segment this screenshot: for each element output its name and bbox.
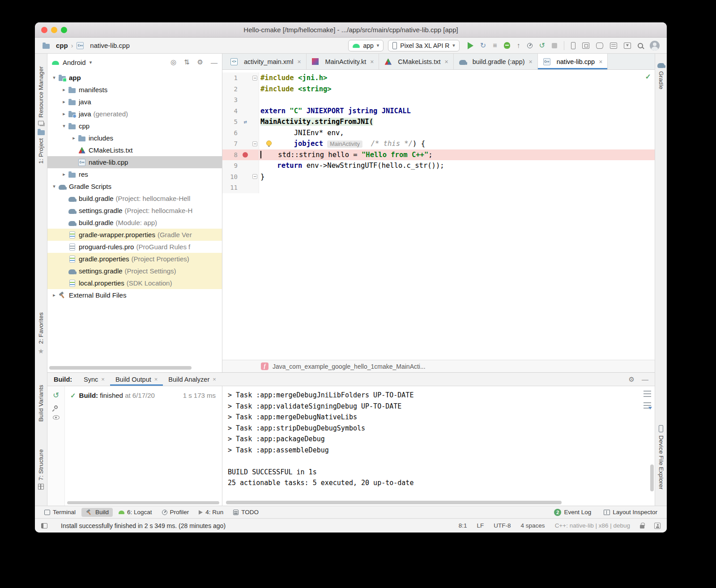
soft-wrap-icon[interactable]	[644, 391, 651, 397]
tree-item[interactable]: CMakeLists.txt	[47, 144, 222, 156]
device-manager-button[interactable]	[571, 42, 575, 49]
status-item[interactable]: LF	[477, 522, 484, 529]
tree-item[interactable]: ▾Gradle Scripts	[47, 180, 222, 192]
close-tab-icon[interactable]: ×	[297, 58, 301, 65]
toolwindow-button-todo[interactable]: TODO	[229, 508, 263, 516]
code-line[interactable]: 5⇄MainActivity.stringFromJNI(	[222, 116, 655, 128]
tree-item[interactable]: C++native-lib.cpp	[47, 156, 222, 168]
fold-icon[interactable]: −	[252, 174, 257, 179]
tree-item[interactable]: ▸manifests	[47, 84, 222, 96]
tree-chevron-icon[interactable]: ▸	[60, 111, 68, 117]
toolwindow-button-build[interactable]: Build	[81, 508, 113, 517]
code-line[interactable]: 4extern "C" JNIEXPORT jstring JNICALL	[222, 106, 655, 117]
run-button[interactable]	[468, 42, 473, 49]
logcat-button[interactable]	[610, 43, 617, 49]
build-settings-gear-icon[interactable]: ⚙	[629, 375, 635, 383]
tree-item[interactable]: ▾cpp	[47, 120, 222, 132]
code-line[interactable]: 10−}	[222, 171, 655, 183]
zoom-button[interactable]	[61, 27, 67, 33]
tree-item[interactable]: build.gradle(Project: hellocmake-Hell	[47, 192, 222, 205]
stripe-build-variants[interactable]: Build Variants	[35, 385, 47, 422]
tree-item[interactable]: gradle.properties(Project Properties)	[47, 253, 222, 265]
tree-item[interactable]: ▸includes	[47, 132, 222, 144]
toolwindow-button-6-logcat[interactable]: 6: Logcat	[115, 508, 156, 516]
profile-button[interactable]	[527, 43, 533, 48]
close-tab-icon[interactable]: ×	[101, 376, 105, 383]
editor-breadcrumb[interactable]: Java_com_example_google_hello_1cmake_Mai…	[273, 363, 426, 370]
sdk-manager-button[interactable]	[624, 43, 631, 49]
close-tab-icon[interactable]: ×	[529, 58, 533, 65]
status-item[interactable]: UTF-8	[494, 522, 511, 529]
profile-avatar[interactable]	[650, 41, 660, 51]
screen-reader-icon[interactable]	[654, 523, 661, 529]
tree-chevron-icon[interactable]: ▾	[50, 183, 58, 189]
tree-chevron-icon[interactable]: ▸	[60, 87, 68, 93]
status-item[interactable]: 8:1	[459, 522, 467, 529]
minimize-button[interactable]	[51, 27, 57, 33]
project-horizontal-scrollbar[interactable]	[49, 366, 192, 370]
intention-bulb-icon[interactable]	[266, 141, 272, 146]
tree-item[interactable]: build.gradle(Module: app)	[47, 217, 222, 229]
stripe-favorites[interactable]: 2: Favorites ★	[35, 312, 47, 355]
fold-icon[interactable]: −	[252, 141, 257, 146]
toolwindow-button-profiler[interactable]: Profiler	[158, 508, 193, 516]
stripe-project[interactable]: 1: Project	[35, 129, 47, 164]
code-line[interactable]: 1−#include <jni.h>	[222, 72, 655, 84]
toolwindow-button-event-log[interactable]: 2Event Log	[550, 508, 595, 517]
lock-icon[interactable]	[640, 525, 644, 528]
locate-file-button[interactable]: ◎	[170, 58, 176, 66]
tree-item[interactable]: settings.gradle(Project Settings)	[47, 265, 222, 277]
stripe-structure[interactable]: 7: Structure	[35, 449, 47, 490]
chevron-down-icon[interactable]: ▾	[90, 60, 92, 65]
tree-chevron-icon[interactable]: ▸	[60, 99, 68, 105]
sync-gradle-button[interactable]: ↺	[539, 42, 545, 49]
fold-icon[interactable]: −	[252, 76, 257, 81]
pin-tab-icon[interactable]	[53, 405, 58, 409]
project-settings-gear-icon[interactable]: ⚙	[197, 58, 203, 66]
code-line[interactable]: 8 std::string hello = "Hello from C++";	[222, 149, 655, 161]
stripe-device-file-explorer[interactable]: Device File Explorer	[655, 425, 667, 490]
tree-chevron-icon[interactable]: ▸	[60, 171, 68, 177]
tree-item[interactable]: ▾app	[47, 72, 222, 84]
device-select[interactable]: Pixel 3a XL API R ▾	[388, 40, 460, 51]
tree-item[interactable]: ▸java	[47, 96, 222, 108]
build-summary-row[interactable]: ✓ Build: finished at 6/17/20 1 s 173 ms	[70, 392, 217, 400]
code-line[interactable]: 2#include <string>	[222, 84, 655, 95]
tree-item[interactable]: gradle-wrapper.properties(Gradle Ver	[47, 229, 222, 241]
editor-tab[interactable]: CMakeLists.txt×	[379, 54, 453, 69]
tree-item[interactable]: ▸res	[47, 168, 222, 180]
breadcrumb-file[interactable]: native-lib.cpp	[90, 42, 129, 49]
editor-body[interactable]: 1−#include <jni.h>2#include <string>34ex…	[222, 70, 655, 360]
close-tab-icon[interactable]: ×	[213, 376, 216, 383]
tree-chevron-icon[interactable]: ▾	[60, 123, 68, 129]
tree-item[interactable]: ▸java(generated)	[47, 108, 222, 120]
code-line[interactable]: 3	[222, 94, 655, 106]
close-tab-icon[interactable]: ×	[154, 376, 158, 383]
close-button[interactable]	[41, 27, 47, 33]
breakpoint-icon[interactable]	[243, 152, 248, 158]
tree-item[interactable]: settings.gradle(Project: hellocmake-H	[47, 205, 222, 217]
tree-item[interactable]: ▸External Build Files	[47, 289, 222, 301]
code-line[interactable]: 9 return env->NewStringUTF(hello.c_str()…	[222, 160, 655, 171]
attach-debugger-button[interactable]: ↑	[517, 42, 520, 49]
toggle-stripes-icon[interactable]	[41, 523, 47, 528]
view-options-icon[interactable]	[53, 415, 60, 420]
tree-chevron-icon[interactable]: ▾	[50, 75, 58, 81]
editor-tab[interactable]: C++native-lib.cpp×	[538, 54, 608, 69]
apply-code-changes-button[interactable]: ≡	[493, 42, 497, 49]
stripe-resource-manager[interactable]: Resource Manager	[35, 66, 47, 125]
tree-item[interactable]: proguard-rules.pro(ProGuard Rules f	[47, 241, 222, 253]
editor-tab[interactable]: <>activity_main.xml×	[225, 54, 307, 69]
database-inspector-button[interactable]	[596, 43, 603, 49]
console-horizontal-scrollbar[interactable]	[226, 501, 562, 504]
build-tab[interactable]: Build Analyzer×	[163, 373, 221, 386]
search-everywhere-button[interactable]	[638, 43, 643, 48]
build-console-pane[interactable]: > Task :app:mergeDebugJniLibFolders UP-T…	[222, 386, 655, 506]
project-view-selector[interactable]: Android	[63, 59, 86, 66]
tree-chevron-icon[interactable]: ▸	[70, 135, 78, 141]
editor-tab[interactable]: build.gradle (:app)×	[454, 54, 538, 69]
close-tab-icon[interactable]: ×	[444, 58, 448, 65]
editor-tab[interactable]: MainActivity.kt×	[307, 54, 379, 69]
toolwindow-button-terminal[interactable]: Terminal	[40, 508, 80, 516]
code-line[interactable]: 6 JNIEnv* env,	[222, 128, 655, 139]
